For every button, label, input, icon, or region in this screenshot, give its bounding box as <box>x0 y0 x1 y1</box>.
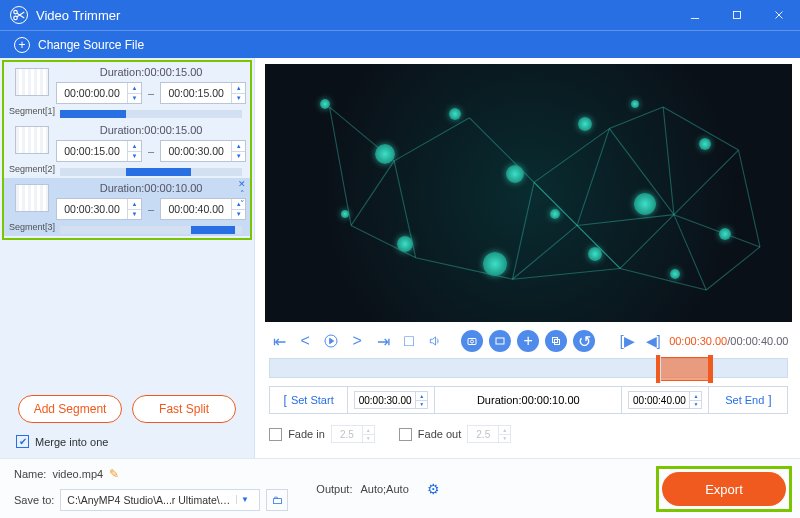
svg-line-9 <box>534 129 609 183</box>
trim-handle-end[interactable] <box>708 355 713 383</box>
fade-out-spinner[interactable]: 2.5▲▼ <box>467 425 511 443</box>
open-folder-button[interactable]: 🗀 <box>266 489 288 511</box>
segment-row[interactable]: Segment[1]Duration:00:00:15.0000:00:00.0… <box>4 62 250 120</box>
volume-icon[interactable] <box>425 331 445 351</box>
preview-panel: ⇤ < > ⇥ □ + ↺ [▶ ◀] 00:00:30.00/00:00:40… <box>255 58 800 458</box>
svg-line-15 <box>609 107 663 129</box>
change-source-button[interactable]: + Change Source File <box>0 30 800 58</box>
svg-line-20 <box>663 107 674 215</box>
undo-icon[interactable]: ↺ <box>573 330 595 352</box>
play-icon[interactable] <box>321 331 341 351</box>
set-end-button[interactable]: Set End] <box>709 387 787 413</box>
stop-icon[interactable]: □ <box>399 331 419 351</box>
add-cut-icon[interactable]: + <box>517 330 539 352</box>
svg-line-14 <box>577 129 609 226</box>
fade-in-checkbox[interactable] <box>269 428 282 441</box>
trim-selection[interactable] <box>658 357 710 381</box>
fade-out-label: Fade out <box>418 428 461 440</box>
player-controls: ⇤ < > ⇥ □ + ↺ [▶ ◀] 00:00:30.00/00:00:40… <box>255 326 800 356</box>
change-source-label: Change Source File <box>38 38 144 52</box>
trim-info-bar: [Set Start 00:00:30.00▲▼ Duration:00:00:… <box>269 386 788 414</box>
segment-range-slider[interactable] <box>60 168 242 176</box>
save-to-label: Save to: <box>14 494 54 506</box>
segment-start-spinner[interactable]: 00:00:30.00▲▼ <box>56 198 142 220</box>
fade-in-spinner[interactable]: 2.5▲▼ <box>331 425 375 443</box>
segment-duration-label: Duration:00:00:15.00 <box>56 124 246 136</box>
mark-in-icon[interactable]: [▶ <box>617 331 637 351</box>
svg-line-5 <box>394 118 469 161</box>
svg-line-29 <box>577 225 620 268</box>
segments-list-highlight: Segment[1]Duration:00:00:15.0000:00:00.0… <box>2 60 252 240</box>
fade-in-label: Fade in <box>288 428 325 440</box>
merge-checkbox[interactable]: ✔ <box>16 435 29 448</box>
output-label: Output: <box>316 483 352 495</box>
segment-index-label: Segment[2] <box>9 164 55 174</box>
svg-line-23 <box>739 150 761 247</box>
segment-close-icon[interactable]: ✕ <box>238 180 246 189</box>
segment-down-icon[interactable]: ˅ <box>240 200 245 209</box>
video-preview[interactable] <box>265 64 792 322</box>
copy-segment-icon[interactable] <box>545 330 567 352</box>
start-time-spinner[interactable]: 00:00:30.00▲▼ <box>354 391 428 409</box>
plus-circle-icon: + <box>14 37 30 53</box>
duration-cell: Duration:00:00:10.00 <box>435 387 622 413</box>
segment-start-spinner[interactable]: 00:00:15.00▲▼ <box>56 140 142 162</box>
fade-bar: Fade in 2.5▲▼ Fade out 2.5▲▼ <box>269 422 788 446</box>
end-time-cell: 00:00:40.00▲▼ <box>622 387 709 413</box>
footer: Name: video.mp4 ✎ Save to: C:\AnyMP4 Stu… <box>0 458 800 518</box>
svg-line-21 <box>674 215 760 247</box>
svg-point-1 <box>14 16 18 20</box>
step-forward-icon[interactable]: > <box>347 331 367 351</box>
segment-range-slider[interactable] <box>60 226 242 234</box>
svg-line-18 <box>674 215 706 290</box>
mark-out-icon[interactable]: ◀] <box>643 331 663 351</box>
goto-end-icon[interactable]: ⇥ <box>373 331 393 351</box>
ratio-icon[interactable] <box>489 330 511 352</box>
svg-line-26 <box>513 268 621 279</box>
app-title: Video Trimmer <box>36 8 120 23</box>
name-label: Name: <box>14 468 46 480</box>
svg-point-33 <box>471 340 474 343</box>
segment-duration-label: Duration:00:00:15.00 <box>56 66 246 78</box>
export-button[interactable]: Export <box>662 472 786 506</box>
title-bar: Video Trimmer <box>0 0 800 30</box>
maximize-button[interactable] <box>716 0 758 30</box>
segment-end-spinner[interactable]: 00:00:40.00▲▼ <box>160 198 246 220</box>
export-highlight: Export <box>656 466 792 512</box>
close-button[interactable] <box>758 0 800 30</box>
svg-rect-34 <box>496 338 504 344</box>
trim-slider[interactable] <box>269 358 788 378</box>
fade-out-checkbox[interactable] <box>399 428 412 441</box>
name-value: video.mp4 <box>52 468 103 480</box>
app-scissors-icon <box>10 6 28 24</box>
segments-panel: Segment[1]Duration:00:00:15.0000:00:00.0… <box>0 58 255 458</box>
svg-line-30 <box>706 247 760 290</box>
segment-row[interactable]: Segment[3]Duration:00:00:10.0000:00:30.0… <box>4 178 250 236</box>
segment-end-spinner[interactable]: 00:00:15.00▲▼ <box>160 82 246 104</box>
minimize-button[interactable] <box>674 0 716 30</box>
timecode: 00:00:30.00/00:00:40.00 <box>669 335 788 347</box>
trim-handle-start[interactable] <box>656 355 661 383</box>
svg-point-0 <box>14 10 18 14</box>
segment-thumb-icon <box>15 68 49 96</box>
segment-index-label: Segment[3] <box>9 222 55 232</box>
add-segment-button[interactable]: Add Segment <box>18 395 122 423</box>
svg-line-4 <box>330 107 352 225</box>
segment-end-spinner[interactable]: 00:00:30.00▲▼ <box>160 140 246 162</box>
segment-up-icon[interactable]: ˄ <box>240 190 245 199</box>
save-path-value: C:\AnyMP4 Studio\A...r Ultimate\Trimmer <box>67 494 235 506</box>
save-path-dropdown[interactable]: C:\AnyMP4 Studio\A...r Ultimate\Trimmer … <box>60 489 260 511</box>
fast-split-button[interactable]: Fast Split <box>132 395 236 423</box>
segment-row[interactable]: Segment[2]Duration:00:00:15.0000:00:15.0… <box>4 120 250 178</box>
start-time-cell: 00:00:30.00▲▼ <box>348 387 435 413</box>
step-back-icon[interactable]: < <box>295 331 315 351</box>
segment-start-spinner[interactable]: 00:00:00.00▲▼ <box>56 82 142 104</box>
output-settings-icon[interactable]: ⚙ <box>427 481 440 497</box>
set-start-button[interactable]: [Set Start <box>270 387 348 413</box>
segment-range-slider[interactable] <box>60 110 242 118</box>
snapshot-icon[interactable] <box>461 330 483 352</box>
merge-label: Merge into one <box>35 436 108 448</box>
end-time-spinner[interactable]: 00:00:40.00▲▼ <box>628 391 702 409</box>
goto-start-icon[interactable]: ⇤ <box>269 331 289 351</box>
edit-name-icon[interactable]: ✎ <box>109 467 119 481</box>
